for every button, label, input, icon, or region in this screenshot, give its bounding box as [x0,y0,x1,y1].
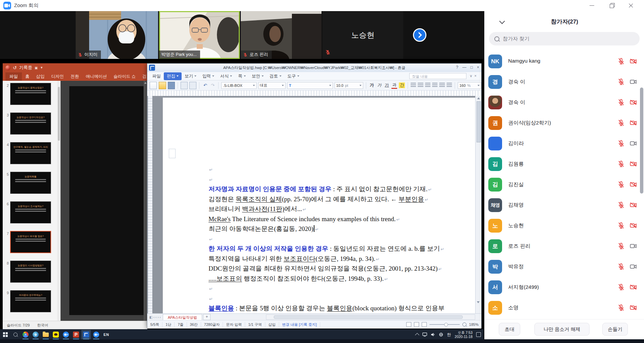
align-distribute-button[interactable] [439,83,445,88]
participant-row[interactable]: 로로즈 핀리 [485,236,644,257]
hwp-menu-7[interactable]: 검토 [267,72,285,80]
save-icon[interactable] [168,82,175,89]
italic-button[interactable]: 가 [376,82,382,88]
participant-row[interactable]: 경경숙 이 [485,72,644,93]
hwp-icon[interactable] [81,330,91,339]
align-center-button[interactable] [425,83,430,88]
font-combo[interactable]: T [287,82,333,89]
slide-thumbnail[interactable]: 연구목적, 필요성, 문제제기, 의의 [10,142,51,164]
ppt-menu-2[interactable]: 삽입 [33,74,48,79]
slide-thumbnail[interactable]: 논문제목들 [10,172,51,194]
powerpoint-icon[interactable]: P [71,330,81,339]
ppt-menu-0[interactable]: 파일 [5,72,22,81]
slide-item[interactable]: 2논문작성시 문제선정은? [3,83,56,106]
slide-item[interactable]: 5논문제목들 [3,172,56,195]
slide-thumbnail[interactable]: 논문정리 시사점방법은? [10,261,51,283]
action-center-icon[interactable] [476,332,481,337]
vertical-scrollbar[interactable] [475,96,481,313]
view-mode-icon-1[interactable] [406,322,411,327]
participant-row[interactable]: 노노승현 [485,216,644,236]
document-tab[interactable]: APA스타일작성법 [163,314,202,320]
hwp-menu-8[interactable]: 도구 [285,72,302,80]
video-tile-4-no-video[interactable]: 노승현 [323,11,403,59]
participant-row[interactable]: 권권이삭(임상2학기) [485,113,644,134]
qat-caret-icon[interactable]: ▼ [40,66,43,69]
open-icon[interactable] [159,82,166,89]
search-participants-input[interactable]: 참가자 찾기 [489,32,640,45]
ppt-menu-1[interactable]: 홈 [22,74,33,79]
new-tab-button[interactable]: + [203,314,211,320]
align-justify-button[interactable] [411,83,416,88]
hwp-menu-6[interactable]: 보안 [249,72,267,80]
zoom-app-icon[interactable] [61,330,71,339]
undo-icon[interactable]: ↶ [202,82,208,89]
hwp-window[interactable]: APA스타일작성법.hwp [C:₩Users₩OWNER₩NaverCloud… [147,63,482,328]
hwp-menu-1[interactable]: 편집 [164,72,182,80]
start-button[interactable] [1,330,10,339]
ppt-menu-6[interactable]: 슬라이드 쇼 [110,74,139,79]
participant-row[interactable]: 소소영 [485,298,644,318]
style-combo[interactable]: .S-LIB-BOX [221,82,257,89]
hwp-menu-2[interactable]: 보기 [182,72,199,80]
unmute-me-button[interactable]: 나만 음소거 해제 [534,323,590,336]
hwp-menu-3[interactable]: 입력 [199,72,217,80]
participant-row[interactable]: 김김원룡 [485,154,644,175]
ppt-menu-4[interactable]: 전환 [67,74,82,79]
close-icon[interactable]: × [477,65,479,70]
participant-row[interactable]: 서서지형(2499) [485,277,644,298]
minimize-icon[interactable]: — [462,65,466,70]
document-area[interactable]: ↵↵저자명과 자료명이 인용문 중에 포함된 경우 : 주 표시 없이 참고문헌… [147,96,481,313]
participant-row[interactable]: 김김진실 [485,175,644,195]
tray-expand-icon[interactable] [415,333,419,337]
find-input[interactable]: 찾을 내용 [409,73,466,79]
document-text[interactable]: ↵↵저자명과 자료명이 인용문 중에 포함된 경우 : 주 표시 없이 참고문헌… [209,164,474,313]
slide-item[interactable]: 7논문작성시 유의할 점은? [3,231,56,254]
slide-thumbnail[interactable]: 논문작성시 문제선정은? [10,83,51,105]
network-icon[interactable] [439,333,443,337]
video-tile-3[interactable]: 로즈 핀리 [241,11,321,59]
view-mode-icon-2[interactable] [414,322,419,327]
slide-thumbnail[interactable]: 여러분의 연구주제는? [10,290,51,312]
line-spacing-button[interactable] [447,83,452,88]
participant-row[interactable]: 채영김채영 [485,195,644,216]
slide-item[interactable]: 6논문작성시 조사설계는? [3,201,56,225]
slide-thumbnail[interactable]: 논문작성시 연구디자인은? [10,112,51,135]
slide-item[interactable]: 8논문정리 시사점방법은? [3,261,56,284]
font-size-combo[interactable]: 10.0pt [335,82,363,89]
next-video-page-button[interactable] [413,28,426,42]
participant-row[interactable]: 경숙 이 [485,93,644,113]
hwp-menu-5[interactable]: 쪽 [235,72,249,80]
video-tile-1[interactable]: 이지미 [76,11,158,59]
chrome-icon[interactable] [21,330,30,339]
language-bar[interactable]: EN [102,330,111,339]
line-spacing-combo[interactable]: 160% [458,82,481,89]
participants-list[interactable]: NKNamgyu kang경경숙 이경숙 이권권이삭(임상2학기)김미라김김원룡… [485,52,644,319]
ime-indicator[interactable]: 한 [447,332,451,338]
font-color-button[interactable]: 과 [391,82,397,89]
close-button[interactable] [621,0,641,11]
participants-scrollbar-thumb[interactable] [640,88,643,194]
redo-icon[interactable]: ↷ [210,82,216,89]
bold-button[interactable]: 가 [369,82,375,88]
participant-row[interactable]: 박박유정 [485,257,644,277]
preview-icon[interactable] [189,82,196,89]
slide-thumbnail-panel[interactable]: 2논문작성시 문제선정은?3논문작성시 연구디자인은?4연구목적, 필요성, 문… [3,81,61,321]
print-icon[interactable] [181,82,188,89]
hwp-menu-0[interactable]: 파일 [149,72,164,80]
document-page[interactable]: ↵↵저자명과 자료명이 인용문 중에 포함된 경우 : 주 표시 없이 참고문헌… [163,98,475,313]
invite-button[interactable]: 초대 [499,323,520,336]
hwp-menu-4[interactable]: 서식 [217,72,235,80]
raise-hand-button[interactable]: 손들기 [602,323,628,336]
kakaotalk-icon[interactable] [51,330,61,339]
slide-thumbnail-selected[interactable]: 논문작성시 유의할 점은? [10,231,51,253]
volume-icon[interactable] [431,333,435,337]
new-document-icon[interactable] [150,82,157,89]
video-tile-2-active-speaker[interactable]: 박영준 Park you... [159,11,240,59]
underline-button[interactable]: 가 [384,82,390,88]
display-icon[interactable] [422,333,427,337]
zoom-slider[interactable] [429,324,460,325]
ppt-menu-3[interactable]: 디자인 [48,74,68,79]
slide-thumbnail[interactable]: 논문작성시 조사설계는? [10,201,51,224]
horizontal-scrollbar[interactable] [266,314,475,320]
tab-nav-icons[interactable]: ◧ ‹ ‹ › › [147,315,163,319]
